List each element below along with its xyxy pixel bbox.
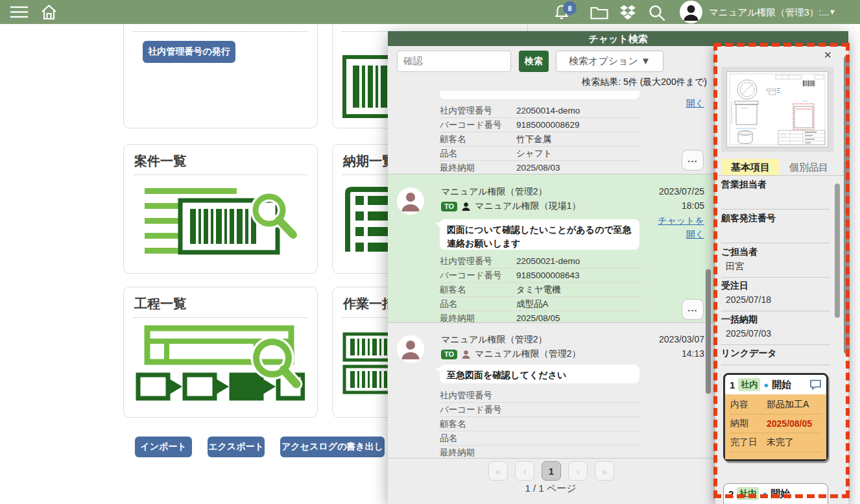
recipient-line: TO マニュアル権限（現場1） (441, 200, 581, 212)
to-badge: TO (441, 202, 457, 211)
process-row: 内容 部品加工A (730, 396, 821, 414)
divider (134, 317, 307, 318)
export-button[interactable]: エクスポート (208, 437, 265, 457)
detail-row: バーコード番号 (440, 403, 641, 417)
result-summary: 検索結果: 5件 (最大200件まで) (511, 77, 707, 88)
topbar: 8 マニュアル権限（管理3）:... ▼ (0, 0, 860, 24)
search-icon[interactable] (648, 4, 665, 21)
open-chat-link[interactable]: チャットを (658, 215, 704, 227)
message-date: 2023/03/07 (659, 334, 704, 344)
card-koutei-title: 工程一覧 (134, 295, 186, 313)
process-card-1[interactable]: 1 社内 ● 開始 内容 部品加工A 納期 2025/08/05 完了日 (723, 373, 828, 461)
case-list-search-icon (139, 183, 302, 264)
current-page-button[interactable]: 1 (542, 461, 561, 481)
field-sales-rep: 営業担当者 (721, 179, 830, 210)
search-input[interactable] (397, 51, 511, 72)
first-page-button[interactable]: « (488, 461, 508, 481)
user-avatar[interactable] (680, 1, 702, 23)
process-card-header: 2 社内 ● 開始 (724, 484, 828, 503)
hamburger-menu-icon[interactable] (10, 6, 28, 18)
next-page-button[interactable]: › (568, 461, 588, 481)
avatar (397, 335, 424, 363)
divider (715, 175, 848, 176)
detail-row: 品名成型品A (440, 297, 641, 311)
detail-row: 最終納期 (440, 446, 641, 459)
open-link[interactable]: 開く (686, 98, 704, 110)
card-anken-title: 案件一覧 (134, 152, 186, 170)
result-details: 社内管理番号22050021-demo バーコード番号9185000008643… (440, 254, 641, 325)
message-bubble: 至急図面を確認してください (440, 365, 639, 383)
person-icon (461, 202, 471, 211)
detail-row: 最終納期2025/08/03 (440, 161, 641, 174)
status-dot: ● (763, 380, 769, 390)
sender-name: マニュアル権限（管理2） (441, 334, 547, 346)
process-flow-search-icon (133, 324, 305, 405)
message-bubble: 図面について確認したいことがあるので至急連絡お願いします (440, 219, 639, 250)
detail-row: バーコード番号9185000008643 (440, 269, 641, 283)
folder-icon[interactable] (590, 6, 608, 19)
technical-drawing (726, 71, 828, 147)
home-icon[interactable] (40, 3, 58, 21)
detail-row: 顧客名竹下金属 (440, 132, 641, 147)
process-card-body: 内容 部品加工A 納期 2025/08/05 完了日 未完了 (725, 394, 826, 459)
tab-basic-items[interactable]: 基本項目 (721, 159, 780, 176)
last-page-button[interactable]: » (595, 461, 614, 481)
dropbox-icon[interactable] (619, 5, 636, 20)
detail-row: 社内管理番号22050014-demo (440, 104, 641, 118)
sender-name: マニュアル権限（管理2） (441, 186, 547, 198)
status-dot: ● (762, 489, 767, 499)
card-nouki-title: 納期一覧 (343, 152, 395, 170)
detail-row: 社内管理番号 (440, 389, 641, 403)
close-icon[interactable]: ✕ (824, 49, 832, 61)
search-options-button[interactable]: 検索オプション ▼ (556, 51, 663, 72)
internal-badge: 社内 (737, 487, 759, 500)
result-details: 社内管理番号22050014-demo バーコード番号9185000008629… (440, 104, 641, 174)
tab-individual-items[interactable]: 個別品目 (782, 159, 835, 176)
recipient-name: マニュアル権限（管理2） (475, 348, 580, 360)
avatar (397, 187, 424, 215)
panel-scrollbar[interactable] (835, 184, 840, 318)
to-badge: TO (441, 350, 457, 359)
more-actions-button[interactable]: ... (682, 150, 704, 171)
chevron-down-icon[interactable]: ▼ (829, 8, 836, 16)
detail-row: 品名 (440, 431, 641, 446)
detail-row: 品名シャフト (440, 147, 641, 161)
field-link-data: リンクデータ (721, 348, 830, 365)
divider (134, 174, 307, 175)
message-bubble-fragment (440, 91, 639, 99)
open-chat-link[interactable]: 開く (686, 229, 704, 241)
prev-page-button[interactable]: ‹ (515, 461, 534, 481)
detail-row: 顧客名タミヤ電機 (440, 283, 641, 297)
modal-scrollbar[interactable] (844, 56, 850, 354)
message-time: 14:13 (682, 348, 704, 359)
divider (133, 31, 308, 32)
user-menu-label: マニュアル権限（管理3）:... (709, 6, 829, 19)
message-date: 2023/07/25 (659, 186, 704, 197)
chat-bubble-icon[interactable] (809, 379, 822, 390)
page-indicator: 1 / 1 ページ (388, 483, 713, 495)
notification-badge[interactable]: 8 (563, 1, 577, 15)
process-row: 納期 2025/08/05 (730, 414, 821, 433)
import-button[interactable]: インポート (135, 437, 192, 457)
card-sagyou-title: 作業一括 (343, 295, 395, 313)
due-date: 2025/08/05 (767, 418, 812, 429)
process-card-2[interactable]: 2 社内 ● 開始 (723, 483, 828, 504)
recipient-name: マニュアル権限（現場1） (475, 200, 580, 212)
field-contact-person: ご担当者 田宮 (721, 246, 830, 278)
detail-row: 社内管理番号22050021-demo (440, 254, 641, 269)
access-log-button[interactable]: アクセスログの書き出し (280, 437, 385, 457)
more-actions-button[interactable]: ... (682, 299, 704, 320)
field-customer-order-no: 顧客発注番号 (721, 213, 830, 243)
detail-side-panel: ✕ (715, 46, 848, 504)
result-details: 社内管理番号 バーコード番号 顧客名 品名 最終納期 (440, 389, 641, 459)
drawing-thumbnail[interactable] (721, 67, 833, 152)
search-button[interactable]: 検索 (519, 51, 549, 72)
internal-badge: 社内 (738, 378, 760, 391)
process-card-header: 1 社内 ● 開始 (725, 375, 826, 394)
process-row: 完了日 未完了 (730, 433, 821, 452)
pagination-footer: « ‹ 1 › » 1 / 1 ページ (388, 458, 713, 504)
recipient-line: TO マニュアル権限（管理2） (441, 348, 581, 360)
issue-number-button[interactable]: 社内管理番号の発行 (143, 41, 235, 63)
message-time: 18:05 (682, 200, 704, 211)
chat-list-scrollbar[interactable] (706, 269, 711, 394)
